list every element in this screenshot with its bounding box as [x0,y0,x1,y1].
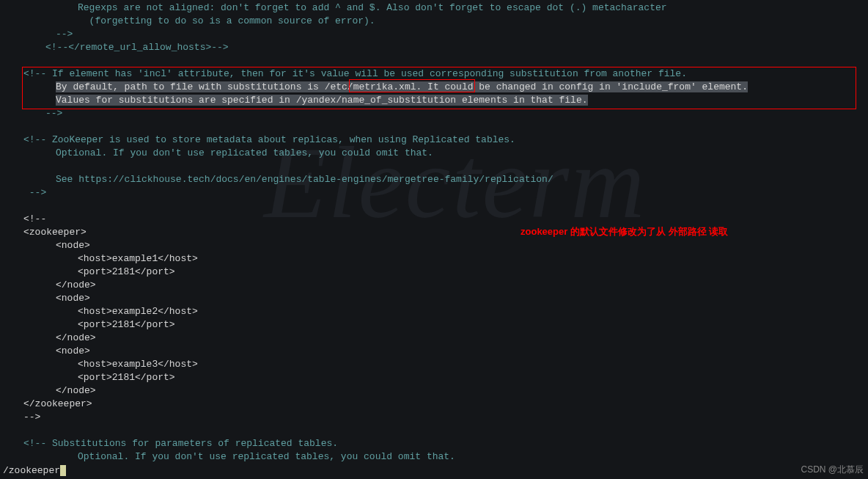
code-line: --> [1,411,868,424]
code-line: --> [1,186,868,200]
code-line: <node> [1,239,868,252]
code-line: <port>2181</port> [1,371,868,384]
code-line: </zookeeper> [1,398,868,411]
code-line: <!-- If element has 'incl' attribute, th… [1,67,868,81]
code-line: <host>example1</host> [1,252,868,266]
code-line [1,200,868,213]
code-line: <port>2181</port> [1,266,868,279]
code-line: <port>2181</port> [1,318,868,332]
code-line: </node> [1,384,868,398]
code-line: Values for substitutions are specified i… [1,94,868,107]
code-line [1,160,868,173]
code-line: </node> [1,279,868,292]
csdn-watermark: CSDN @北慕辰 [801,463,864,476]
code-line: <!-- Substitutions for parameters of rep… [1,437,868,450]
code-line: --> [1,107,868,120]
annotation-text: zookeeper 的默认文件修改为了从 外部路径 读取 [521,225,728,238]
code-line: <!-- ZooKeeper is used to store metadata… [1,134,868,147]
code-line: <node> [1,345,868,358]
code-line: <host>example3</host> [1,358,868,371]
code-line: <!-- [1,213,868,226]
search-text: /zookeeper [3,465,60,476]
code-line: Optional. If you don't use replicated ta… [1,147,868,160]
search-bar[interactable]: /zookeeper [3,464,66,478]
code-line: (forgetting to do so is a common source … [1,15,868,28]
code-line: </node> [1,332,868,345]
code-line [1,120,868,134]
code-line: --> [1,28,868,41]
cursor [60,465,66,476]
editor-content[interactable]: Regexps are not aligned: don't forget to… [0,0,868,464]
code-line: <!--</remote_url_allow_hosts>--> [1,41,868,54]
code-line: See https://clickhouse.tech/docs/en/engi… [1,173,868,186]
code-line: <host>example2</host> [1,305,868,318]
code-line: <zookeeper> [1,226,868,239]
annotation-arrow [0,464,868,479]
code-line: By default, path to file with substituti… [1,81,868,94]
code-line: Optional. If you don't use replicated ta… [1,450,868,464]
code-line: Regexps are not aligned: don't forget to… [1,0,868,15]
code-line [1,424,868,437]
code-line [1,54,868,67]
code-line: <node> [1,292,868,305]
